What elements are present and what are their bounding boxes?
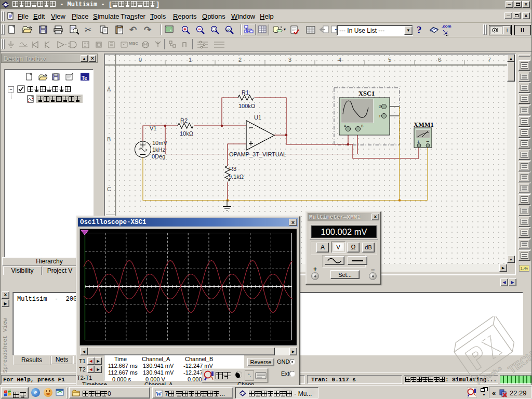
svg-text:100: 100 — [226, 28, 232, 31]
svg-text:OPAMP_3T_VIRTUAL: OPAMP_3T_VIRTUAL — [229, 151, 286, 157]
svg-text:XSC1: XSC1 — [358, 90, 375, 97]
svg-text:6: 6 — [438, 57, 441, 63]
svg-text:A: A — [344, 124, 347, 128]
svg-text:B: B — [107, 136, 111, 142]
svg-text:9.1kΩ: 9.1kΩ — [229, 174, 244, 180]
svg-text:1: 1 — [189, 57, 192, 63]
svg-text:100kΩ: 100kΩ — [238, 103, 255, 109]
svg-text:R2: R2 — [180, 117, 188, 124]
svg-text:5: 5 — [388, 57, 391, 63]
svg-text:TECH: TECH — [506, 349, 532, 376]
svg-text:R3: R3 — [229, 166, 236, 172]
svg-text:XMM1: XMM1 — [414, 121, 434, 128]
svg-text:4: 4 — [338, 57, 341, 63]
svg-text:G: G — [379, 105, 381, 109]
svg-text:A: A — [107, 86, 111, 92]
svg-text:10kΩ: 10kΩ — [180, 130, 193, 137]
svg-text:U1: U1 — [254, 114, 261, 121]
svg-text:7: 7 — [488, 57, 491, 63]
svg-text:2: 2 — [238, 57, 242, 63]
svg-text:B: B — [361, 124, 363, 128]
svg-text:R1: R1 — [242, 89, 249, 96]
svg-text:3: 3 — [288, 57, 291, 63]
svg-text:C: C — [107, 186, 111, 192]
svg-text:V1: V1 — [150, 125, 156, 131]
svg-text:1kHz: 1kHz — [152, 147, 165, 153]
svg-text:10mV: 10mV — [152, 140, 167, 146]
svg-text:W: W — [156, 391, 162, 397]
svg-text:0Deg: 0Deg — [152, 153, 165, 159]
svg-text:T: T — [379, 114, 381, 118]
svg-text:0: 0 — [139, 57, 142, 63]
